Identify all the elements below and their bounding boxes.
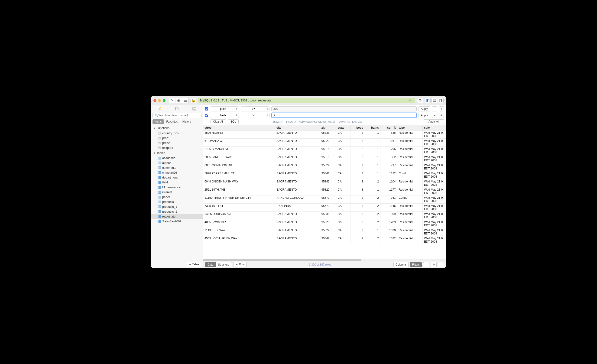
filter-value-input[interactable]: [271, 113, 417, 118]
cell-city[interactable]: SACRAMENTO: [275, 155, 320, 163]
table-row[interactable]: 7325 10TH STRIO LINDA95673CA321146Reside…: [203, 204, 446, 212]
cell-sq__ft[interactable]: 1167: [380, 139, 397, 147]
tree-item-products_1[interactable]: products_1: [151, 204, 203, 209]
horizontal-scrollbar[interactable]: [203, 259, 446, 261]
filter-column-select[interactable]: price⇅: [210, 106, 239, 111]
col-header-city[interactable]: city: [275, 125, 320, 130]
sql-button[interactable]: SQL: [228, 119, 239, 124]
cell-city[interactable]: SACRAMENTO: [275, 187, 320, 196]
cell-state[interactable]: CA: [336, 139, 351, 147]
tree-item-comments[interactable]: comments: [151, 165, 203, 170]
remove-filter-button[interactable]: −: [432, 106, 437, 111]
cell-type[interactable]: Condo: [397, 196, 423, 204]
cell-sq__ft[interactable]: 1122: [380, 171, 397, 179]
tree-item-SalesJan2009[interactable]: SalesJan2009: [151, 219, 203, 224]
filter-column-select[interactable]: beds⇅: [210, 113, 239, 118]
tree-item-field[interactable]: field: [151, 180, 203, 185]
cell-sq__ft[interactable]: 836: [380, 130, 397, 139]
cell-zip[interactable]: 95824: [320, 163, 336, 171]
table-row[interactable]: 11150 TRINITY RIVER DR Unit 114RANCHO CO…: [203, 196, 446, 204]
table-row[interactable]: 645 MORRISON AVESACRAMENTO95838CA32909Re…: [203, 212, 446, 220]
cell-zip[interactable]: 95842: [320, 179, 336, 187]
filter-enabled-checkbox[interactable]: [205, 114, 208, 117]
cell-street[interactable]: 4085 FAWN CIR: [203, 220, 275, 228]
subtab-favorites[interactable]: Favorites: [164, 119, 180, 124]
tree-item-author[interactable]: author: [151, 160, 203, 165]
col-header-sale[interactable]: sale: [423, 125, 446, 130]
tree-item-country_hos[interactable]: country_hos: [151, 131, 203, 135]
cell-sq__ft[interactable]: 1146: [380, 204, 397, 212]
filter-enabled-checkbox[interactable]: [205, 107, 208, 111]
subtab-history[interactable]: History: [180, 119, 193, 124]
list-icon[interactable]: ☰: [182, 98, 189, 103]
cell-beds[interactable]: 3: [350, 171, 365, 179]
col-header-street[interactable]: street: [203, 125, 275, 130]
cell-sale[interactable]: Wed May 21 0 EDT 2008: [423, 212, 446, 220]
cell-sale[interactable]: Wed May 21 0 EDT 2008: [423, 139, 446, 147]
cell-street[interactable]: 2796 BRANCH ST: [203, 147, 275, 155]
cell-type[interactable]: Residential: [397, 236, 423, 244]
cell-sq__ft[interactable]: 852: [380, 155, 397, 163]
cell-sq__ft[interactable]: 1289: [380, 220, 397, 228]
cell-zip[interactable]: 95822: [320, 228, 336, 236]
cell-type[interactable]: Residential: [397, 155, 423, 163]
table-row[interactable]: 6048 OGDEN NASH WAYSACRAMENTO95842CA3211…: [203, 179, 446, 187]
cell-city[interactable]: SACRAMENTO: [275, 179, 320, 187]
filter-operator-select[interactable]: >=⇅: [241, 106, 269, 111]
refresh-button[interactable]: ⟳: [417, 98, 423, 103]
col-header-sq__ft[interactable]: sq__ft: [380, 125, 397, 130]
cell-street[interactable]: 5828 PEPPERMILL CT: [203, 171, 275, 179]
add-filter-button[interactable]: ＋: [439, 106, 444, 111]
sql-icon[interactable]: SQL: [191, 106, 197, 111]
table-row[interactable]: 2796 BRANCH STSACRAMENTO95815CA21796Resi…: [203, 147, 446, 155]
tree-item-academic[interactable]: academic: [151, 156, 203, 160]
cell-street[interactable]: 2805 JANETTE WAY: [203, 155, 275, 163]
cell-street[interactable]: 7325 10TH ST: [203, 204, 275, 212]
cell-street[interactable]: 645 MORRISON AVE: [203, 212, 275, 220]
cell-state[interactable]: CA: [336, 196, 351, 204]
cell-zip[interactable]: 95815: [320, 155, 336, 163]
table-row[interactable]: 51 OMAHA CTSACRAMENTO95823CA311167Reside…: [203, 139, 446, 147]
cell-street[interactable]: 11150 TRINITY RIVER DR Unit 114: [203, 196, 275, 204]
filters-button[interactable]: Filters: [410, 262, 422, 267]
cell-zip[interactable]: 95838: [320, 130, 336, 139]
cell-state[interactable]: CA: [336, 236, 351, 244]
cancel-icon[interactable]: ✕: [169, 98, 175, 103]
cell-state[interactable]: CA: [336, 163, 351, 171]
cell-type[interactable]: Residential: [397, 187, 423, 196]
close-window[interactable]: [153, 99, 156, 102]
cell-sale[interactable]: Wed May 21 0 EDT 2008: [423, 187, 446, 196]
cell-zip[interactable]: 95842: [320, 236, 336, 244]
cell-sale[interactable]: Wed May 21 0 EDT 2008: [423, 204, 446, 212]
cell-city[interactable]: RANCHO CORDOVA: [275, 196, 320, 204]
clear-all-button[interactable]: Clear All: [211, 119, 226, 124]
tree-item-department[interactable]: department: [151, 175, 203, 180]
minimize-window[interactable]: [158, 99, 161, 102]
tree-item-interest[interactable]: interest: [151, 190, 203, 195]
cell-city[interactable]: SACRAMENTO: [275, 212, 320, 220]
cell-sq__ft[interactable]: 941: [380, 196, 397, 204]
cell-type[interactable]: Residential: [397, 130, 423, 139]
eye-icon[interactable]: ◉: [175, 98, 182, 103]
cell-beds[interactable]: 3: [350, 204, 365, 212]
cell-baths[interactable]: 2: [365, 236, 380, 244]
cell-zip[interactable]: 95823: [320, 139, 336, 147]
cell-zip[interactable]: 95673: [320, 204, 336, 212]
cell-beds[interactable]: 3: [350, 139, 365, 147]
cell-sale[interactable]: Wed May 21 0 EDT 2008: [423, 171, 446, 179]
cell-beds[interactable]: 2: [350, 155, 365, 163]
cell-sq__ft[interactable]: 1020: [380, 228, 397, 236]
tree-item-paper[interactable]: paper: [151, 195, 203, 199]
cell-street[interactable]: 3526 HIGH ST: [203, 130, 275, 139]
add-filter-button[interactable]: ＋: [439, 113, 444, 118]
cell-sale[interactable]: Wed May 21 0 EDT 2008: [423, 163, 446, 171]
cell-sale[interactable]: Wed May 21 0 EDT 2008: [423, 147, 446, 155]
col-header-beds[interactable]: beds: [350, 125, 365, 130]
cell-sq__ft[interactable]: 796: [380, 147, 397, 155]
col-header-type[interactable]: type: [397, 125, 423, 130]
cell-type[interactable]: Residential: [397, 147, 423, 155]
cell-city[interactable]: SACRAMENTO: [275, 139, 320, 147]
cell-street[interactable]: 51 OMAHA CT: [203, 139, 275, 147]
table-row[interactable]: 6001 MCMAHON DRSACRAMENTO95824CA21797Res…: [203, 163, 446, 171]
cell-type[interactable]: Residential: [397, 179, 423, 187]
